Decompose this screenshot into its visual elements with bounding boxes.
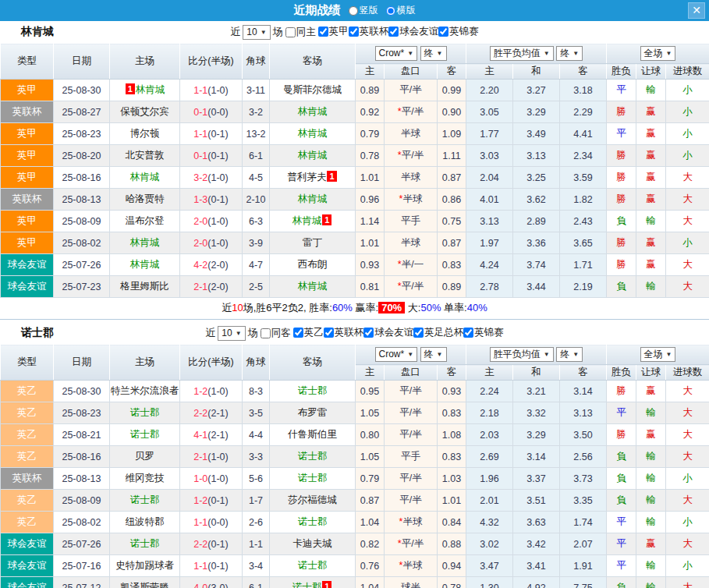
match-count-select[interactable]: 10▼ [218,326,245,341]
away-odds-cell: 0.78 [438,577,466,588]
league-filter[interactable]: 球会友谊 [388,25,438,38]
mean-group-header: 胜平负均值▼ 终▼ [466,345,607,365]
team-name: 雷丁 [303,237,322,248]
result-goals-cell: 大 [666,381,709,402]
away-odds-cell: 0.88 [438,533,466,555]
home-team-cell: 1林肯城 [110,80,180,101]
subcol-wdl: 胜负 [607,64,636,80]
home-team-cell: 纽波特郡 [110,512,180,533]
date-cell: 25-08-30 [54,80,110,101]
type-cell: 英甲 [1,145,54,167]
league-filter[interactable]: 英足总杯 [413,326,463,339]
date-cell: 25-08-27 [54,101,110,123]
mean-select[interactable]: 胜平负均值▼ [490,46,554,61]
scope-select[interactable]: 全场▼ [640,347,676,362]
close-button[interactable]: ✕ [688,2,705,19]
odds-company-select[interactable]: Crow*▼ [375,347,418,362]
corner-cell: 2-5 [243,276,270,298]
league-checkbox[interactable] [413,328,424,338]
league-checkbox[interactable] [438,27,448,37]
away-team-cell: 诺士郡1 [270,577,356,588]
layout-radio-vertical[interactable]: 竖版 [344,4,378,17]
result-wdl-cell: 負 [607,577,636,588]
vertical-radio[interactable] [349,6,358,16]
team-name: 曼斯菲尔德城 [283,84,342,95]
league-filter[interactable]: 英锦赛 [463,326,504,339]
away-odds-cell: 1.11 [438,145,466,167]
mean-final-select[interactable]: 终▼ [556,347,583,362]
mean-away-cell: 3.65 [560,232,607,254]
mean-final-select[interactable]: 终▼ [556,46,583,61]
subcol-mean-home: 主 [466,365,513,381]
horizontal-radio[interactable] [386,6,395,16]
score-cell: 4-1(2-1) [180,424,243,446]
league-checkbox[interactable] [293,328,303,338]
result-goals-cell: 大 [666,533,709,555]
result-wdl-cell: 負 [607,468,636,490]
team-name: 北安普敦 [126,150,165,161]
league-checkbox[interactable] [363,328,374,338]
home-team-cell: 凯泽斯劳滕 [110,577,180,588]
league-checkbox[interactable] [388,27,399,37]
result-wdl-cell: 平 [607,555,636,577]
home-odds-cell: 1.04 [356,512,385,533]
layout-radio-horizontal[interactable]: 横版 [381,4,416,17]
mean-select[interactable]: 胜平负均值▼ [490,347,554,362]
scope-select[interactable]: 全场▼ [640,46,676,61]
odds-final-select[interactable]: 终▼ [420,347,447,362]
odds-company-select[interactable]: Crow*▼ [375,46,418,61]
result-goals-cell: 大 [666,402,709,424]
chevron-down-icon: ▼ [437,349,443,360]
league-checkbox[interactable] [318,27,328,37]
league-checkbox[interactable] [463,328,473,338]
date-cell: 25-08-20 [54,145,110,167]
league-filter[interactable]: 英锦赛 [438,25,479,38]
summary-part: 赢率: [353,302,378,313]
corner-cell: 6-3 [243,211,270,232]
home-team-cell: 林肯城 [110,254,180,276]
odds-final-select[interactable]: 终▼ [420,46,447,61]
same-venue-filter[interactable]: 同主 [285,26,316,39]
mean-home-cell: 3.05 [466,101,513,123]
mean-home-cell: 2.78 [466,276,513,298]
match-row: 英甲25-08-09温布尔登2-0(1-0)6-3林肯城11.14平手0.753… [1,211,709,232]
date-cell: 25-08-02 [54,232,110,254]
col-score: 比分(半场) [180,345,243,381]
date-cell: 25-07-26 [54,254,110,276]
away-team-cell: 诺士郡 [270,446,356,468]
league-checkbox[interactable] [324,328,334,338]
col-type: 类型 [1,345,54,381]
score-cell: 0-1(0-1) [180,145,243,167]
handicap-cell: 半球 [385,123,438,145]
league-filter[interactable]: 英乙 [293,326,324,339]
score-cell: 0-1(0-0) [180,101,243,123]
chevron-down-icon: ▼ [437,48,443,59]
match-row: 英甲25-08-23博尔顿1-1(0-1)13-2林肯城0.79半球1.091.… [1,123,709,145]
away-odds-cell: 0.84 [438,512,466,533]
result-wdl-cell: 勝 [607,167,636,189]
mean-home-cell: 1.30 [466,577,513,588]
league-filter[interactable]: 英联杯 [324,326,364,339]
same-venue-checkbox[interactable] [285,27,296,37]
league-filters: 英乙英联杯球会友谊英足总杯英锦赛 [293,326,504,340]
same-venue-filter[interactable]: 同客 [261,327,291,340]
result-goals-cell: 大 [666,490,709,512]
mean-group-header: 胜平负均值▼ 终▼ [466,44,607,64]
match-row: 英联杯25-08-13维冈竞技1-0(1-0)5-6诺士郡0.79平/半1.03… [1,468,709,490]
subcol-handicap: 盘口 [385,365,438,381]
match-count-select[interactable]: 10▼ [243,25,270,40]
league-checkbox[interactable] [349,27,359,37]
mean-draw-cell: 3.44 [513,276,560,298]
team-name: 贝罗 [135,451,154,462]
corner-cell: 3-2 [243,101,270,123]
league-filter[interactable]: 英联杯 [349,25,389,38]
mean-draw-cell: 3.74 [513,254,560,276]
date-cell: 25-07-12 [54,577,110,588]
result-wdl-cell: 負 [607,490,636,512]
league-filter[interactable]: 球会友谊 [363,326,413,339]
same-venue-checkbox[interactable] [261,328,271,338]
score-cell: 1-1(1-0) [180,80,243,101]
home-team-cell: 格里姆斯比 [110,276,180,298]
league-filter[interactable]: 英甲 [318,25,349,38]
result-handicap-cell: 赢 [636,123,666,145]
